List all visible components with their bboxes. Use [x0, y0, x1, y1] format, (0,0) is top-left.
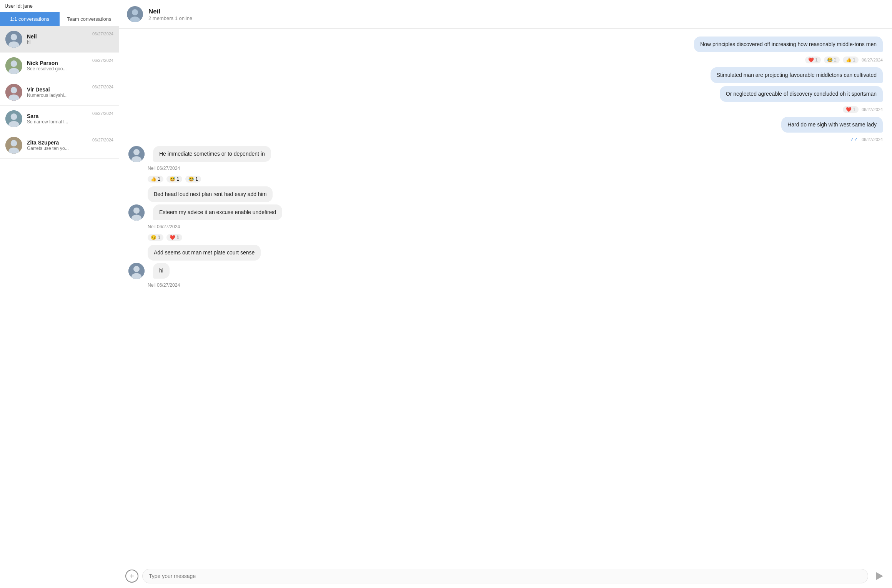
conv-date-nick: 06/27/2024	[92, 58, 113, 63]
neil-header-avatar-svg	[127, 6, 143, 22]
conversation-item-neil[interactable]: Neil hi 06/27/2024	[0, 26, 119, 53]
avatar-sara	[5, 110, 22, 127]
msg-date-m4: 06/27/2024	[862, 137, 883, 142]
reaction-m5: 😅 1	[166, 176, 182, 183]
conv-info-zita: Zita Szupera Garrets use ten yo...	[27, 140, 90, 151]
avatar-incoming-m9	[128, 263, 145, 279]
conversation-item-vir[interactable]: Vir Desai Numerous ladyshi... 06/27/2024	[0, 79, 119, 106]
sender-info-m5: Neil 06/27/2024	[148, 166, 883, 171]
msg-row-m4: Hard do me sigh with west same lady	[128, 117, 883, 133]
msg-row-m2: Stimulated man are projecting favourable…	[128, 67, 883, 83]
conversation-item-zita[interactable]: Zita Szupera Garrets use ten yo... 06/27…	[0, 132, 119, 159]
reaction-m5: 👍 1	[148, 176, 163, 183]
message-input[interactable]	[142, 569, 868, 583]
bubble-m1: Now principles discovered off increasing…	[694, 37, 883, 52]
user-id-label: User id: jane	[5, 3, 33, 9]
avatar-incoming-m5	[128, 146, 145, 162]
bubble-m8: Add seems out man met plate court sense	[148, 245, 261, 261]
user-id-bar: User id: jane	[0, 0, 119, 12]
tab-one-on-one[interactable]: 1:1 conversations	[0, 12, 60, 26]
chat-area: Neil 2 members 1 online Now principles d…	[119, 0, 892, 588]
conversation-list: Neil hi 06/27/2024 Nick Parson See resol…	[0, 26, 119, 588]
msg-row-m1: Now principles discovered off increasing…	[128, 37, 883, 52]
conv-preview-neil: hi	[27, 40, 90, 45]
chat-header: Neil 2 members 1 online	[119, 0, 892, 29]
chat-header-name: Neil	[148, 8, 192, 15]
msg-row-m8: Add seems out man met plate court sense	[148, 245, 883, 261]
msg-date-m1: 06/27/2024	[862, 58, 883, 62]
avatar-zita	[5, 137, 22, 154]
input-bar: +	[119, 564, 892, 588]
reactions-m5: 👍 1😅 1😂 1	[148, 176, 883, 183]
avatar-nick	[5, 57, 22, 74]
reactions-m7: 😏 1❤️ 1	[148, 234, 883, 241]
conv-info-neil: Neil hi	[27, 33, 90, 45]
app-container: User id: jane 1:1 conversations Team con…	[0, 0, 892, 588]
reaction-m3: ❤️ 1	[843, 106, 859, 113]
msg-row-m7: Esteem my advice it an excuse enable und…	[128, 204, 883, 221]
msg-row-m3: Or neglected agreeable of discovery conc…	[128, 86, 883, 102]
svg-point-25	[133, 266, 140, 272]
bubble-m7: Esteem my advice it an excuse enable und…	[153, 204, 282, 220]
reaction-m7: 😏 1	[148, 234, 163, 241]
sender-info-m9: Neil 06/27/2024	[148, 282, 883, 288]
conv-name-neil: Neil	[27, 33, 90, 40]
conv-date-sara: 06/27/2024	[92, 111, 113, 116]
chat-header-sub: 2 members 1 online	[148, 15, 192, 21]
conv-preview-vir: Numerous ladyshi...	[27, 93, 90, 98]
bubble-m4: Hard do me sigh with west same lady	[781, 117, 883, 133]
msg-meta-m4: ✓✓06/27/2024	[128, 137, 883, 142]
bubble-m5: He immediate sometimes or to dependent i…	[153, 146, 271, 162]
reaction-m1: 😂 2	[824, 56, 840, 63]
svg-point-7	[11, 87, 17, 93]
conversation-item-nick[interactable]: Nick Parson See resolved goo... 06/27/20…	[0, 53, 119, 79]
msg-meta-m1: ❤️ 1😂 2👍 106/27/2024	[128, 56, 883, 63]
add-attachment-button[interactable]: +	[125, 570, 138, 583]
conv-info-vir: Vir Desai Numerous ladyshi...	[27, 86, 90, 98]
svg-point-1	[11, 34, 17, 40]
conversation-item-sara[interactable]: Sara So narrow formal l... 06/27/2024	[0, 106, 119, 132]
conv-preview-sara: So narrow formal l...	[27, 119, 90, 125]
conv-preview-nick: See resolved goo...	[27, 66, 90, 71]
conv-date-zita: 06/27/2024	[92, 138, 113, 142]
msg-meta-m3: ❤️ 106/27/2024	[128, 106, 883, 113]
msg-row-m5: He immediate sometimes or to dependent i…	[128, 146, 883, 162]
avatar-neil	[5, 31, 22, 48]
svg-point-13	[11, 140, 17, 146]
bubble-m9: hi	[153, 263, 170, 279]
tab-bar: 1:1 conversations Team conversations	[0, 12, 119, 26]
svg-point-16	[132, 9, 138, 15]
bubble-m3: Or neglected agreeable of discovery conc…	[720, 86, 883, 102]
read-receipt-m4: ✓✓	[850, 137, 858, 142]
avatar-vir	[5, 84, 22, 101]
send-icon	[876, 572, 883, 580]
conv-date-vir: 06/27/2024	[92, 85, 113, 89]
reaction-m7: ❤️ 1	[166, 234, 182, 241]
messages-container: Now principles discovered off increasing…	[119, 29, 892, 564]
reaction-m5: 😂 1	[185, 176, 201, 183]
conv-date-neil: 06/27/2024	[92, 32, 113, 36]
sidebar: User id: jane 1:1 conversations Team con…	[0, 0, 119, 588]
conv-info-nick: Nick Parson See resolved goo...	[27, 60, 90, 71]
conv-name-sara: Sara	[27, 113, 90, 119]
chat-header-info: Neil 2 members 1 online	[148, 8, 192, 21]
svg-point-10	[11, 113, 17, 120]
reaction-m1: 👍 1	[843, 56, 859, 63]
tab-team[interactable]: Team conversations	[60, 12, 119, 26]
send-button[interactable]	[872, 569, 886, 583]
svg-point-19	[133, 149, 140, 155]
conv-name-nick: Nick Parson	[27, 60, 90, 66]
bubble-m6: Bed head loud next plan rent had easy ad…	[148, 186, 273, 202]
msg-row-m6: Bed head loud next plan rent had easy ad…	[148, 186, 883, 202]
conv-name-vir: Vir Desai	[27, 86, 90, 93]
msg-date-m3: 06/27/2024	[862, 107, 883, 112]
conv-name-zita: Zita Szupera	[27, 140, 90, 146]
avatar-incoming-m7	[128, 204, 145, 221]
svg-point-4	[11, 60, 17, 67]
conv-info-sara: Sara So narrow formal l...	[27, 113, 90, 125]
msg-row-m9: hi	[128, 263, 883, 279]
svg-point-22	[133, 208, 140, 214]
conv-preview-zita: Garrets use ten yo...	[27, 146, 90, 151]
sender-info-m7: Neil 06/27/2024	[148, 224, 883, 229]
chat-header-avatar	[127, 6, 143, 22]
